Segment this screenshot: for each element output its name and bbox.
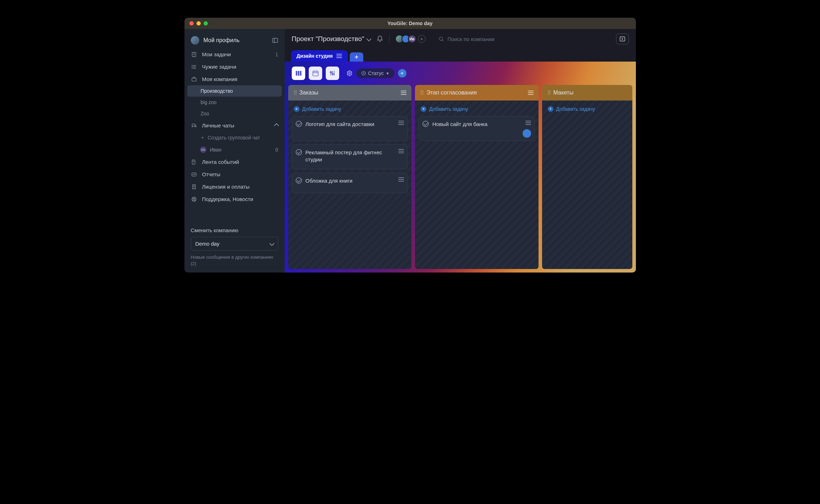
member-avatars[interactable]: Ив + <box>395 35 426 43</box>
sidebar-item-my-tasks[interactable]: Мои задачи 1 <box>184 48 285 61</box>
sidebar-item-company[interactable]: Моя компания <box>184 73 285 85</box>
drag-handle-icon[interactable]: ⠿ <box>420 90 423 96</box>
card-menu-icon[interactable] <box>398 177 404 182</box>
card-menu-icon[interactable] <box>398 149 404 153</box>
sidebar-item-chats[interactable]: Личные чаты <box>184 119 285 132</box>
drag-handle-icon[interactable]: ⠿ <box>293 90 297 96</box>
new-messages-note[interactable]: Новые сообщения в других компаниях (2) <box>191 254 278 267</box>
view-gantt-button[interactable] <box>326 67 339 80</box>
chat-avatar: Ив <box>200 147 206 153</box>
column-header[interactable]: ⠿ Макеты <box>542 85 632 101</box>
svg-rect-24 <box>620 37 625 41</box>
column-mockups: ⠿ Макеты + Добавить задачу <box>542 85 632 269</box>
svg-line-23 <box>442 40 443 41</box>
plus-icon: + <box>421 106 426 112</box>
divider <box>389 35 389 43</box>
chevron-down-icon <box>269 241 274 246</box>
task-card[interactable]: Новый сайт для банка <box>418 116 535 141</box>
collapse-panel-button[interactable] <box>616 34 629 44</box>
company-select[interactable]: Demo day <box>191 237 278 251</box>
tab-active[interactable]: Дизайн студия <box>291 50 348 62</box>
svg-line-18 <box>192 197 193 199</box>
check-icon[interactable] <box>422 121 429 127</box>
help-icon <box>191 196 197 202</box>
board-toolbar: Статус ▼ + <box>285 62 636 85</box>
avatar <box>191 36 199 45</box>
sidebar-item-feed[interactable]: Лента событий <box>184 156 285 168</box>
svg-rect-29 <box>300 71 301 75</box>
profile-row[interactable]: Мой профиль <box>184 33 285 48</box>
plus-icon: ＋ <box>200 134 205 141</box>
svg-point-17 <box>193 198 195 200</box>
sidebar-item-license[interactable]: Лицензия и оплаты <box>184 181 285 193</box>
card-menu-icon[interactable] <box>398 121 404 125</box>
add-task-button[interactable]: + Добавить задачу <box>546 104 629 116</box>
sidebar-chat-user[interactable]: Ив Иван 0 <box>184 144 285 156</box>
task-card[interactable]: Обложка для книги <box>292 173 408 193</box>
window-title: YouGile: Demo day <box>184 21 636 26</box>
add-task-button[interactable]: + Добавить задачу <box>418 104 535 116</box>
svg-point-7 <box>192 67 192 67</box>
svg-rect-30 <box>313 71 318 76</box>
clock-icon <box>361 71 366 76</box>
create-group-chat[interactable]: ＋ Создать групповой чат <box>184 132 285 144</box>
svg-point-39 <box>348 73 350 74</box>
card-menu-icon[interactable] <box>525 121 531 125</box>
task-card[interactable]: Рекламный постер для фитнес студии <box>292 144 408 169</box>
project-title[interactable]: Проект "Производство" <box>292 35 371 43</box>
drag-handle-icon[interactable]: ⠿ <box>547 90 551 96</box>
sidebar-project[interactable]: big zoo <box>184 97 285 108</box>
svg-point-6 <box>192 65 192 65</box>
column-approval: ⠿ Этап согласования + Добавить задачу <box>415 85 539 269</box>
add-tab-button[interactable] <box>350 52 363 62</box>
view-kanban-button[interactable] <box>292 67 305 80</box>
receipt-icon <box>191 184 197 190</box>
status-filter[interactable]: Статус ▼ <box>356 68 394 78</box>
assignee-avatar[interactable] <box>523 129 531 138</box>
check-icon[interactable] <box>296 177 302 184</box>
member-avatar[interactable]: Ив <box>408 35 416 43</box>
sidebar: Мой профиль Мои задачи 1 Чужие задачи Мо… <box>184 29 285 273</box>
switch-company-label: Сменить компанию <box>191 227 278 233</box>
svg-rect-27 <box>296 71 297 75</box>
svg-rect-37 <box>330 72 332 73</box>
svg-point-8 <box>192 68 192 68</box>
check-icon[interactable] <box>296 121 302 127</box>
check-icon[interactable] <box>296 149 302 155</box>
search-input[interactable]: Поиск по компании <box>438 36 495 42</box>
svg-rect-0 <box>273 38 278 42</box>
feed-icon <box>191 159 197 165</box>
sidebar-item-support[interactable]: Поддержка, Новости <box>184 193 285 205</box>
board-area: Статус ▼ + ⠿ Заказы <box>285 62 636 273</box>
svg-line-19 <box>195 200 196 201</box>
sidebar-project-active[interactable]: Производство <box>187 85 282 97</box>
view-calendar-button[interactable] <box>309 67 322 80</box>
sidebar-project[interactable]: Zoo <box>184 108 285 119</box>
column-header[interactable]: ⠿ Этап согласования <box>415 85 539 101</box>
tab-menu-icon[interactable] <box>336 54 342 58</box>
gear-icon[interactable] <box>346 70 353 76</box>
search-icon <box>438 36 444 42</box>
svg-line-21 <box>192 200 193 201</box>
bell-icon[interactable] <box>376 35 383 42</box>
column-menu-icon[interactable] <box>528 91 534 95</box>
badge: 1 <box>275 52 278 57</box>
topbar: Проект "Производство" Ив + Поиск по комп… <box>285 29 636 49</box>
app-window: YouGile: Demo day Мой профиль Мои задачи… <box>184 18 636 273</box>
add-task-button[interactable]: + Добавить задачу <box>292 104 408 116</box>
task-card[interactable]: Логотип для сайта доставки <box>292 116 408 141</box>
add-filter-button[interactable]: + <box>398 69 406 78</box>
column-header[interactable]: ⠿ Заказы <box>288 85 412 101</box>
titlebar: YouGile: Demo day <box>184 18 636 29</box>
chart-icon <box>191 172 197 177</box>
chevron-down-icon <box>366 36 371 41</box>
collapse-sidebar-icon[interactable] <box>272 37 278 44</box>
sidebar-item-other-tasks[interactable]: Чужие задачи <box>184 61 285 73</box>
add-member-button[interactable]: + <box>418 35 426 43</box>
column-menu-icon[interactable] <box>401 91 406 95</box>
board-tabs: Дизайн студия <box>285 49 636 62</box>
svg-rect-28 <box>298 71 299 75</box>
main-area: Проект "Производство" Ив + Поиск по комп… <box>285 29 636 273</box>
plus-icon: + <box>294 106 300 112</box>
sidebar-item-reports[interactable]: Отчеты <box>184 168 285 181</box>
